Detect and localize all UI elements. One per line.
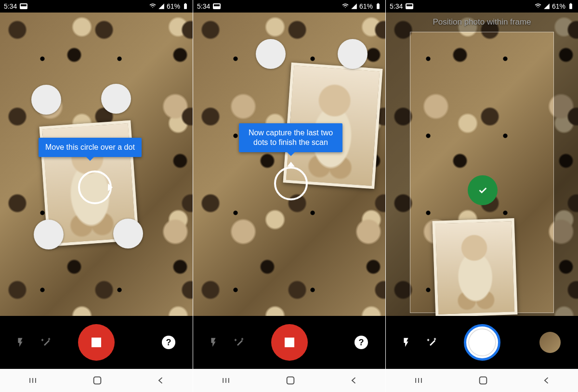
flash-toggle[interactable]	[13, 336, 27, 349]
android-nav-bar	[0, 369, 193, 392]
signal-icon	[351, 3, 357, 10]
phone-screen-3: 5:34 61% Position photo within frame	[385, 0, 578, 392]
flash-toggle[interactable]	[207, 336, 220, 349]
back-button[interactable]	[349, 376, 359, 385]
svg-rect-3	[377, 4, 380, 9]
svg-rect-0	[184, 4, 187, 9]
status-battery-pct: 61%	[359, 2, 373, 10]
svg-rect-4	[378, 3, 379, 4]
camera-viewport[interactable]: Position photo within frame	[386, 13, 578, 316]
android-nav-bar	[386, 369, 578, 392]
mail-icon	[213, 3, 221, 9]
wifi-icon	[342, 3, 349, 10]
status-battery-pct: 61%	[552, 2, 565, 10]
shutter-capture-button[interactable]	[464, 324, 500, 361]
bottom-controls: ?	[193, 316, 385, 369]
android-nav-bar	[193, 369, 385, 392]
home-button[interactable]	[285, 375, 296, 386]
instruction-text: Position photo within frame	[386, 17, 578, 27]
scanned-photo	[433, 218, 518, 316]
svg-rect-6	[569, 4, 572, 9]
svg-rect-8	[479, 377, 486, 384]
bottom-controls	[386, 316, 578, 369]
reticle-arrow-icon	[108, 183, 117, 191]
magic-wand-toggle[interactable]	[39, 336, 53, 349]
magic-wand-toggle[interactable]	[425, 336, 439, 349]
back-button[interactable]	[542, 376, 552, 385]
battery-icon	[567, 3, 574, 10]
home-button[interactable]	[478, 375, 488, 386]
phone-screen-1: 5:34 61% Move this circle over a dot	[0, 0, 193, 392]
recents-button[interactable]	[220, 376, 232, 385]
scan-dot-bottom-right	[113, 219, 143, 248]
signal-icon	[158, 3, 165, 10]
phone-screen-2: 5:34 61% Now capture the last two dots t…	[193, 0, 385, 392]
battery-icon	[375, 3, 381, 10]
scan-dot-top-right	[101, 84, 131, 114]
battery-icon	[182, 3, 189, 10]
status-time: 5:34	[4, 2, 17, 10]
status-time: 5:34	[390, 2, 403, 10]
camera-viewport[interactable]: Now capture the last two dots to finish …	[193, 13, 385, 316]
shutter-stop-button[interactable]	[271, 324, 308, 361]
recent-scan-thumbnail[interactable]	[539, 332, 561, 353]
bottom-controls: ?	[0, 316, 193, 369]
status-time: 5:34	[197, 2, 210, 10]
reticle-arrow-icon	[287, 162, 295, 167]
signal-icon	[543, 3, 550, 10]
help-button[interactable]: ?	[355, 336, 368, 349]
camera-viewport[interactable]: Move this circle over a dot	[0, 13, 193, 316]
recents-button[interactable]	[27, 376, 39, 385]
scan-dot-top-left	[256, 39, 286, 69]
shutter-stop-button[interactable]	[78, 324, 115, 361]
wifi-icon	[149, 3, 156, 10]
scan-dot-top-left	[31, 85, 61, 115]
svg-rect-7	[570, 3, 571, 4]
back-button[interactable]	[156, 376, 166, 385]
hint-tooltip: Now capture the last two dots to finish …	[239, 123, 342, 152]
hint-tooltip: Move this circle over a dot	[39, 138, 142, 157]
mail-icon	[20, 3, 27, 9]
confirm-check-button[interactable]	[468, 175, 498, 205]
scan-reticle	[78, 170, 112, 204]
scan-dot-top-right	[338, 39, 368, 69]
status-bar: 5:34 61%	[193, 0, 385, 13]
scan-dot-bottom-left	[34, 220, 64, 249]
home-button[interactable]	[92, 375, 103, 386]
svg-rect-1	[185, 3, 186, 4]
svg-rect-2	[94, 377, 101, 384]
recents-button[interactable]	[413, 376, 424, 385]
status-bar: 5:34 61%	[386, 0, 578, 13]
scan-reticle	[274, 167, 308, 200]
svg-rect-5	[287, 377, 294, 384]
help-button[interactable]: ?	[162, 336, 175, 349]
status-bar: 5:34 61%	[0, 0, 193, 13]
magic-wand-toggle[interactable]	[233, 336, 246, 349]
mail-icon	[406, 3, 413, 9]
flash-toggle[interactable]	[399, 336, 413, 349]
status-battery-pct: 61%	[167, 2, 180, 10]
wifi-icon	[535, 3, 541, 10]
